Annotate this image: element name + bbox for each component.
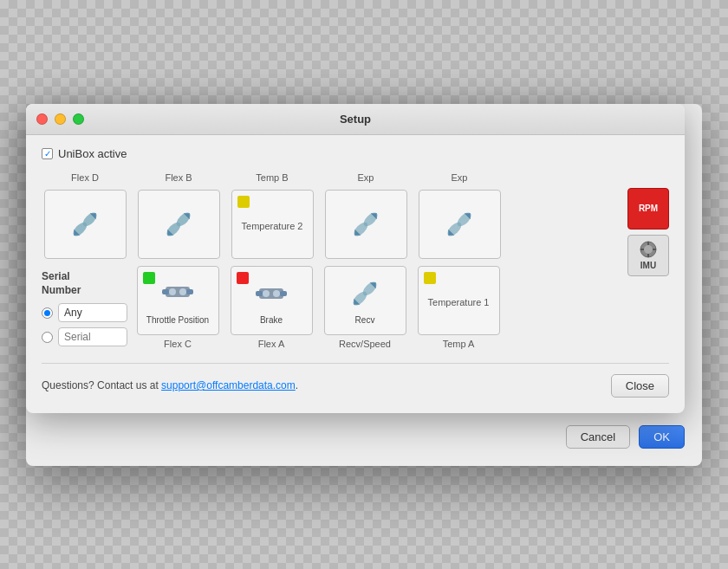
temp-a-text: Temperature 1	[428, 297, 490, 307]
radio-any[interactable]	[42, 307, 53, 319]
sensor-grid: Flex D	[42, 172, 619, 349]
footer-text-before: Questions? Contact us at	[42, 379, 161, 391]
titlebar-buttons	[36, 113, 84, 125]
serial-number-label: SerialNumber	[42, 269, 127, 299]
flex-b-icon	[160, 206, 197, 242]
temp-b-indicator	[237, 196, 250, 208]
exp-1-icon	[348, 206, 384, 242]
serial-serial-input[interactable]	[58, 327, 127, 346]
recv-box[interactable]: Recv	[324, 266, 406, 335]
sensor-flex-a: Brake Flex A	[228, 266, 315, 349]
temp-a-label: Temp A	[443, 339, 475, 349]
exp-1-label: Exp	[358, 172, 374, 186]
sensor-flex-b: Flex B	[135, 172, 222, 259]
close-button[interactable]	[36, 113, 48, 125]
flex-d-label: Flex D	[71, 172, 99, 186]
radio-serial[interactable]	[42, 332, 53, 343]
rpm-button[interactable]: RPM	[627, 188, 669, 230]
flex-b-label: Flex B	[165, 172, 192, 186]
flex-a-indicator	[237, 272, 249, 284]
flex-b-box[interactable]	[138, 190, 220, 259]
flex-c-text: Throttle Position	[145, 314, 211, 327]
serial-container: SerialNumber	[42, 269, 127, 347]
svg-point-20	[179, 288, 186, 295]
serial-any-input[interactable]	[58, 303, 127, 322]
sensor-area: Flex D	[42, 172, 669, 349]
svg-point-31	[644, 245, 653, 254]
svg-rect-18	[186, 289, 193, 294]
flex-d-icon	[67, 206, 103, 242]
exp-1-box[interactable]	[325, 190, 407, 259]
rpm-label: RPM	[639, 204, 658, 213]
temp-b-text: Temperature 2	[242, 221, 303, 231]
footer: Questions? Contact us at support@offcamb…	[42, 363, 669, 398]
temp-b-box[interactable]: Temperature 2	[231, 190, 314, 259]
outer-dialog: Setup UniBox active Flex D	[26, 104, 702, 466]
right-panel: RPM IMU	[627, 172, 669, 349]
close-button[interactable]: Close	[611, 374, 669, 398]
sensor-flex-d: Flex D	[42, 172, 128, 259]
sensor-temp-b: Temp B Temperature 2	[229, 172, 315, 259]
flex-c-icon	[159, 274, 196, 310]
bottom-sensor-row: Throttle Position Flex C	[134, 266, 502, 349]
recv-text: Recv	[355, 315, 375, 325]
flex-a-box[interactable]: Brake	[231, 266, 313, 335]
minimize-button[interactable]	[55, 113, 66, 125]
imu-icon	[639, 240, 658, 259]
exp-2-label: Exp	[452, 172, 468, 186]
serial-option-any	[42, 303, 127, 322]
svg-point-24	[263, 290, 270, 297]
outer-dialog-footer: Cancel OK	[26, 413, 702, 449]
unibox-label: UniBox active	[58, 147, 127, 160]
footer-link[interactable]: support@offcamberdata.com	[161, 379, 296, 391]
serial-area: SerialNumber	[42, 269, 127, 347]
exp-2-icon	[441, 206, 478, 242]
serial-option-serial	[42, 327, 127, 346]
maximize-button[interactable]	[73, 113, 84, 125]
sensor-recv: Recv Recv/Speed	[322, 266, 408, 349]
flex-a-text: Brake	[260, 315, 283, 325]
titlebar: Setup	[26, 104, 685, 135]
temp-b-label: Temp B	[256, 172, 288, 186]
footer-text-after: .	[296, 379, 298, 391]
flex-a-icon	[253, 275, 289, 312]
ok-button[interactable]: OK	[639, 425, 685, 449]
svg-rect-17	[162, 289, 169, 294]
flex-d-box[interactable]	[44, 190, 127, 259]
svg-point-19	[169, 288, 176, 295]
svg-point-25	[273, 290, 280, 297]
recv-label: Recv/Speed	[339, 339, 391, 349]
imu-label: IMU	[640, 261, 656, 270]
setup-dialog: Setup UniBox active Flex D	[26, 104, 685, 413]
recv-icon	[347, 275, 383, 312]
imu-button[interactable]: IMU	[627, 235, 669, 276]
sensor-exp-1: Exp	[322, 172, 409, 259]
flex-a-label: Flex A	[258, 339, 285, 349]
bottom-area: SerialNumber	[42, 266, 619, 349]
svg-rect-23	[280, 291, 287, 296]
flex-c-indicator	[143, 272, 155, 284]
sensor-flex-c: Throttle Position Flex C	[134, 266, 221, 349]
sensor-temp-a: Temperature 1 Temp A	[415, 266, 502, 349]
dialog-body: UniBox active Flex D	[26, 135, 685, 413]
top-sensor-row: Flex D	[42, 172, 619, 259]
sensor-exp-2: Exp	[416, 172, 503, 259]
flex-c-box[interactable]: Throttle Position	[137, 266, 219, 335]
window-title: Setup	[340, 113, 371, 126]
flex-c-label: Flex C	[164, 339, 192, 349]
unibox-checkbox[interactable]	[42, 148, 53, 159]
cancel-button[interactable]: Cancel	[566, 425, 630, 449]
svg-rect-22	[256, 291, 263, 296]
footer-text: Questions? Contact us at support@offcamb…	[42, 379, 298, 391]
temp-a-indicator	[424, 272, 436, 284]
exp-2-box[interactable]	[419, 190, 501, 259]
temp-a-box[interactable]: Temperature 1	[418, 266, 500, 335]
unibox-row: UniBox active	[42, 147, 669, 160]
